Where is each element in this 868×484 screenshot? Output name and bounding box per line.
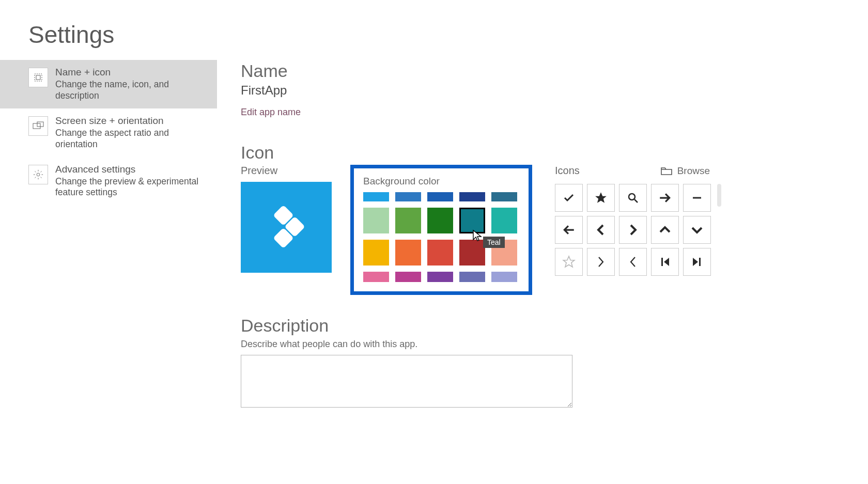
screen-size-icon xyxy=(28,116,48,136)
svg-rect-11 xyxy=(661,258,663,266)
color-swatch[interactable] xyxy=(363,272,389,282)
icons-column: Icons Browse xyxy=(555,165,721,276)
gear-icon xyxy=(28,165,48,184)
preview-column: Preview xyxy=(241,165,332,273)
sidebar-item-screen-size[interactable]: Screen size + orientation Change the asp… xyxy=(0,108,217,157)
color-swatch[interactable] xyxy=(427,192,453,201)
sidebar-item-desc: Change the name, icon, and description xyxy=(55,79,207,102)
color-swatch[interactable] xyxy=(427,208,453,233)
color-swatch[interactable] xyxy=(491,272,517,282)
glyph-angle-left-icon[interactable] xyxy=(619,248,647,276)
description-heading: Description xyxy=(241,316,721,336)
swatch-grid xyxy=(363,192,517,282)
color-swatch[interactable] xyxy=(459,240,485,266)
color-swatch[interactable] xyxy=(395,208,421,233)
color-swatch[interactable] xyxy=(395,192,421,201)
svg-line-9 xyxy=(634,199,638,202)
page-title: Settings xyxy=(28,21,868,49)
svg-point-8 xyxy=(629,194,635,200)
glyph-angle-right-icon[interactable] xyxy=(587,248,615,276)
app-name-value: FirstApp xyxy=(241,83,721,98)
glyph-chevron-up-icon[interactable] xyxy=(651,216,679,244)
svg-rect-2 xyxy=(33,123,40,129)
svg-rect-12 xyxy=(699,258,701,266)
glyph-chevron-left-icon[interactable] xyxy=(587,216,615,244)
preview-tile xyxy=(241,182,332,273)
color-swatch[interactable] xyxy=(491,208,517,233)
color-swatch[interactable] xyxy=(427,240,453,266)
browse-button[interactable]: Browse xyxy=(661,165,710,177)
icon-heading: Icon xyxy=(241,143,721,163)
color-swatch[interactable] xyxy=(395,240,421,266)
folder-icon xyxy=(661,166,672,176)
color-swatch[interactable] xyxy=(363,240,389,266)
glyph-arrow-left-icon[interactable] xyxy=(555,216,583,244)
color-swatch[interactable] xyxy=(427,272,453,282)
color-swatch[interactable] xyxy=(459,272,485,282)
browse-label: Browse xyxy=(677,165,710,177)
app-icon-graphic xyxy=(258,199,315,256)
color-swatch[interactable] xyxy=(491,192,517,201)
sidebar-item-title: Name + icon xyxy=(55,67,207,78)
sidebar-item-name-icon[interactable]: Name + icon Change the name, icon, and d… xyxy=(0,60,217,108)
glyph-star-outline-icon[interactable] xyxy=(555,248,583,276)
glyph-scrollbar[interactable] xyxy=(717,184,721,207)
color-swatch[interactable] xyxy=(363,208,389,233)
glyph-chevron-down-icon[interactable] xyxy=(683,216,711,244)
color-swatch[interactable] xyxy=(363,192,389,201)
glyph-search-icon[interactable] xyxy=(619,184,647,212)
name-heading: Name xyxy=(241,61,721,81)
glyph-check-icon[interactable] xyxy=(555,184,583,212)
name-icon-icon xyxy=(28,68,48,87)
glyph-skip-prev-icon[interactable] xyxy=(651,248,679,276)
background-color-label: Background color xyxy=(363,176,519,187)
glyph-arrow-right-icon[interactable] xyxy=(651,184,679,212)
name-section: Name FirstApp Edit app name xyxy=(241,61,721,118)
description-section: Description Describe what people can do … xyxy=(241,316,721,410)
svg-point-4 xyxy=(37,173,40,176)
svg-rect-0 xyxy=(35,74,42,81)
color-swatch-teal[interactable] xyxy=(459,208,485,233)
glyph-skip-next-icon[interactable] xyxy=(683,248,711,276)
preview-label: Preview xyxy=(241,165,332,177)
glyph-star-icon[interactable] xyxy=(587,184,615,212)
icon-section: Icon Preview xyxy=(241,143,721,295)
sidebar-item-advanced[interactable]: Advanced settings Change the preview & e… xyxy=(0,157,217,206)
description-textarea[interactable] xyxy=(241,355,572,408)
glyph-chevron-right-icon[interactable] xyxy=(619,216,647,244)
svg-rect-1 xyxy=(36,75,40,80)
edit-app-name-link[interactable]: Edit app name xyxy=(241,107,301,117)
sidebar-item-title: Screen size + orientation xyxy=(55,115,207,127)
sidebar-item-desc: Change the preview & experimental featur… xyxy=(55,176,207,199)
settings-sidebar: Name + icon Change the name, icon, and d… xyxy=(0,60,217,205)
description-hint: Describe what people can do with this ap… xyxy=(241,339,721,350)
color-swatch[interactable] xyxy=(491,240,517,266)
main-content: Name FirstApp Edit app name Icon Preview xyxy=(217,60,721,410)
color-swatch[interactable] xyxy=(395,272,421,282)
glyph-grid xyxy=(555,184,711,276)
sidebar-item-desc: Change the aspect ratio and orientation xyxy=(55,128,207,150)
color-swatch[interactable] xyxy=(459,192,485,201)
icons-label: Icons xyxy=(555,165,580,177)
glyph-minus-icon[interactable] xyxy=(683,184,711,212)
background-color-picker: Background color xyxy=(350,165,532,295)
sidebar-item-title: Advanced settings xyxy=(55,164,207,175)
